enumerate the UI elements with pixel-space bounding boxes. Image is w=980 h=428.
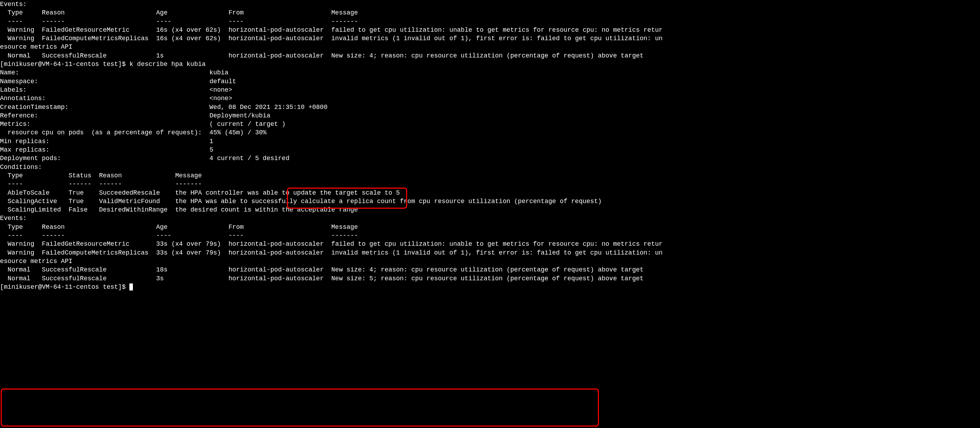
field-value: 5: [209, 146, 213, 153]
sep: ----: [8, 18, 23, 25]
event-reason: SuccessfulRescale: [42, 275, 107, 282]
event-reason: SuccessfulRescale: [42, 266, 107, 273]
sep: ----: [8, 180, 23, 188]
col-from: From: [228, 224, 243, 231]
field-key: Namespace:: [0, 78, 38, 85]
cursor-icon: [129, 283, 133, 291]
event-age: 16s (x4 over 62s): [156, 27, 221, 33]
field-value: <none>: [209, 86, 232, 94]
col-reason: Reason: [42, 224, 65, 231]
sep: ------: [68, 180, 91, 188]
sep: -------: [175, 180, 202, 188]
sep: ----: [228, 18, 243, 25]
field-value: ( current / target ): [209, 121, 286, 127]
event-type: Warning: [8, 249, 35, 256]
cond-type: ScalingLimited: [8, 206, 61, 213]
field-key: Metrics:: [0, 121, 30, 127]
event-from: horizontal-pod-autoscaler: [228, 52, 324, 59]
shell-prompt[interactable]: [minikuser@VM-64-11-centos test]$: [0, 283, 129, 291]
highlight-box-rescale-events: [1, 388, 599, 426]
field-key: Deployment pods:: [0, 155, 61, 162]
event-type: Warning: [8, 35, 35, 42]
col-message: Message: [175, 172, 202, 179]
event-message: New size: 4; reason: cpu resource utiliz…: [331, 52, 644, 59]
sep: -------: [331, 18, 358, 25]
field-value: Deployment/kubia: [209, 112, 270, 119]
field-key: Max replicas:: [0, 146, 49, 153]
sep: ----: [8, 232, 23, 239]
cond-message: the HPA was able to successfully calcula…: [175, 198, 602, 205]
sep: -------: [331, 232, 358, 239]
col-type: Type: [8, 9, 23, 16]
col-age: Age: [156, 224, 167, 231]
events-header: Events:: [0, 215, 27, 222]
field-key: Labels:: [0, 86, 27, 94]
conditions-header: Conditions:: [0, 164, 42, 171]
cond-type: ScalingActive: [8, 198, 57, 205]
event-type: Normal: [8, 275, 31, 282]
cond-reason: DesiredWithinRange: [99, 206, 167, 213]
field-value: kubia: [209, 69, 228, 76]
col-reason: Reason: [42, 9, 65, 16]
event-message: invalid metrics (1 invalid out of 1), fi…: [331, 249, 663, 256]
event-reason: SuccessfulRescale: [42, 52, 107, 59]
event-from: horizontal-pod-autoscaler: [228, 249, 324, 256]
col-reason: Reason: [99, 172, 122, 179]
cond-status: True: [68, 189, 84, 196]
col-age: Age: [156, 9, 167, 16]
cond-reason: ValidMetricFound: [99, 198, 160, 205]
field-value: default: [209, 78, 236, 85]
field-value: 1: [209, 138, 213, 145]
col-type: Type: [8, 172, 23, 179]
col-type: Type: [8, 224, 23, 231]
field-key: resource cpu on pods (as a percentage of…: [0, 129, 202, 136]
event-reason: FailedComputeMetricsReplicas: [42, 249, 148, 256]
event-age: 33s (x4 over 79s): [156, 249, 221, 256]
event-type: Normal: [8, 266, 31, 273]
event-from: horizontal-pod-autoscaler: [228, 266, 324, 273]
cond-message: the desired count is within the acceptab…: [175, 206, 358, 213]
field-value: 4 current / 5 desired: [209, 155, 290, 162]
field-value: <none>: [209, 95, 232, 102]
event-type: Warning: [8, 27, 35, 33]
terminal-output[interactable]: Events: Type Reason Age From Message ---…: [0, 0, 980, 291]
sep: ----: [156, 232, 171, 239]
wrap-line: esource metrics API: [0, 43, 72, 51]
event-message: invalid metrics (1 invalid out of 1), fi…: [331, 35, 663, 42]
event-type: Warning: [8, 240, 35, 248]
cond-message: the HPA controller was able to update th…: [175, 189, 400, 196]
field-key: CreationTimestamp:: [0, 103, 68, 111]
field-key: Name:: [0, 69, 19, 76]
col-status: Status: [68, 172, 91, 179]
field-key: Reference:: [0, 112, 38, 119]
event-age: 3s: [156, 275, 164, 282]
event-type: Normal: [8, 52, 31, 59]
event-from: horizontal-pod-autoscaler: [228, 35, 324, 42]
shell-prompt: [minikuser@VM-64-11-centos test]$ k desc…: [0, 60, 205, 68]
event-message: failed to get cpu utilization: unable to…: [331, 27, 663, 33]
event-from: horizontal-pod-autoscaler: [228, 275, 324, 282]
event-message: failed to get cpu utilization: unable to…: [331, 240, 663, 248]
sep: ------: [42, 18, 65, 25]
field-key: Min replicas:: [0, 138, 49, 145]
col-from: From: [228, 9, 243, 16]
event-age: 1s: [156, 52, 164, 59]
event-reason: FailedComputeMetricsReplicas: [42, 35, 148, 42]
events-header: Events:: [0, 1, 27, 8]
cpu-metric-value: 45% (45m) / 30%: [209, 129, 267, 136]
field-value: Wed, 08 Dec 2021 21:35:10 +0800: [209, 103, 328, 111]
event-from: horizontal-pod-autoscaler: [228, 27, 324, 33]
cond-type: AbleToScale: [8, 189, 50, 196]
event-age: 33s (x4 over 79s): [156, 240, 221, 248]
wrap-line: esource metrics API: [0, 258, 72, 265]
event-age: 16s (x4 over 62s): [156, 35, 221, 42]
event-message: New size: 5; reason: cpu resource utiliz…: [331, 275, 644, 282]
cond-status: False: [68, 206, 88, 213]
event-from: horizontal-pod-autoscaler: [228, 240, 324, 248]
sep: ------: [42, 232, 65, 239]
sep: ------: [99, 180, 122, 188]
event-age: 18s: [156, 266, 167, 273]
event-reason: FailedGetResourceMetric: [42, 27, 129, 33]
col-message: Message: [331, 224, 358, 231]
sep: ----: [228, 232, 243, 239]
